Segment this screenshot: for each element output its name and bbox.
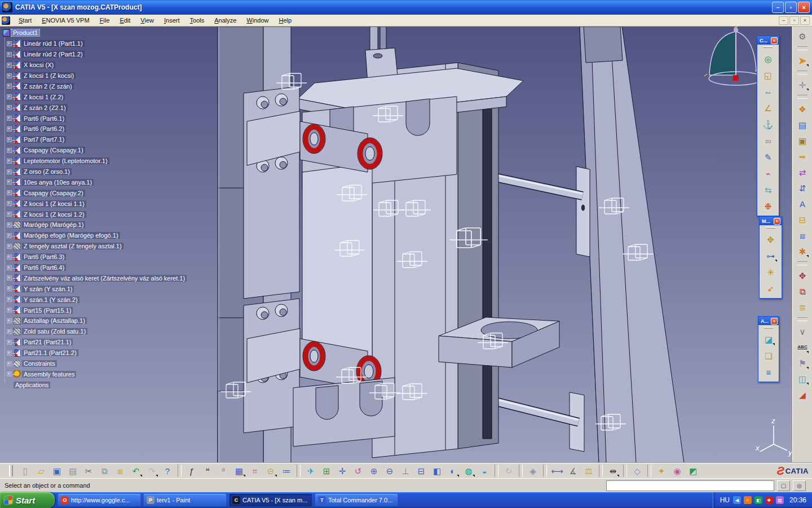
toolbar-item[interactable] bbox=[797, 261, 807, 265]
menu-item[interactable]: Window bbox=[241, 16, 273, 25]
menu-item[interactable]: View bbox=[135, 16, 159, 25]
graph-tree-reordering-icon[interactable]: ⇵ bbox=[796, 181, 809, 195]
tree-item-applications[interactable]: Applications bbox=[7, 379, 187, 390]
tree-item-label[interactable]: Z kocsi 1 (Z kocsi 1.2) bbox=[22, 211, 86, 218]
tree-expander-icon[interactable] bbox=[7, 233, 12, 238]
tree-item[interactable]: Part7 (Part7.1) bbox=[7, 134, 187, 145]
tree-item-label[interactable]: Zold satu (Zold satu.1) bbox=[22, 328, 87, 335]
tree-expander-icon[interactable] bbox=[7, 159, 12, 164]
rotate-icon[interactable]: ↺ bbox=[351, 464, 365, 478]
tree-item-label[interactable]: Part21.1 (Part21.2) bbox=[22, 349, 78, 356]
dialog-toggle-button[interactable]: ▢ bbox=[777, 480, 790, 491]
tree-item[interactable]: Z kocsi 1 (Z kocsi) bbox=[7, 71, 187, 81]
tree-expander-icon[interactable] bbox=[7, 105, 12, 110]
toolbar-item[interactable] bbox=[647, 465, 651, 477]
assembly-features-toolbar-titlebar[interactable]: A... × bbox=[758, 317, 779, 325]
angle-constraint-icon[interactable]: ∠ bbox=[761, 101, 775, 115]
tree-item[interactable]: Zártszelvény váz alsó keret (Zártszelvén… bbox=[7, 273, 187, 283]
menu-item[interactable]: Tools bbox=[185, 16, 210, 25]
tree-item[interactable]: Z kocsi 1 (Z kocsi 1.1) bbox=[7, 198, 187, 209]
tree-item[interactable]: Y szán (Y szán.1) bbox=[7, 283, 187, 294]
tree-item-product1[interactable]: Product1 bbox=[3, 28, 187, 38]
zoom-out-icon[interactable]: ⊖ bbox=[383, 464, 396, 478]
tree-expander-icon[interactable] bbox=[7, 126, 12, 132]
hide-show-icon[interactable]: ◍ bbox=[462, 464, 475, 478]
manipulation-icon[interactable]: ✥ bbox=[764, 233, 778, 246]
menu-item[interactable]: ENOVIA V5 VPM bbox=[37, 16, 94, 25]
tree-item[interactable]: Part6 (Part6.4) bbox=[7, 262, 187, 273]
mdi-restore-button[interactable]: ▫ bbox=[789, 16, 799, 25]
manipulation-3d-icon[interactable]: ✥ bbox=[796, 269, 809, 282]
tree-item[interactable]: Part21.1 (Part21.2) bbox=[7, 348, 187, 358]
redo-icon[interactable]: ↷ bbox=[145, 464, 158, 478]
quick-constraint-mode-icon[interactable]: ⇹ bbox=[606, 464, 620, 478]
measure-between-icon[interactable]: ⟷ bbox=[550, 464, 564, 478]
tree-expander-icon[interactable] bbox=[7, 137, 12, 142]
zoom-in-icon[interactable]: ⊕ bbox=[367, 464, 381, 478]
tree-expander-icon[interactable] bbox=[7, 308, 12, 313]
start-button[interactable]: Start bbox=[0, 492, 55, 508]
tree-item-constraints[interactable]: Constraints bbox=[7, 358, 187, 369]
snap-icon[interactable]: ⊶ bbox=[764, 249, 778, 262]
graphic-colors-icon[interactable]: ◩ bbox=[686, 464, 700, 478]
menu-item[interactable]: File bbox=[95, 16, 115, 25]
bill-of-material-icon[interactable]: ≣ bbox=[796, 300, 809, 314]
tree-expander-icon[interactable] bbox=[7, 73, 12, 78]
weld-planner-icon[interactable]: ∨ bbox=[796, 325, 809, 338]
rules-icon[interactable]: ≔ bbox=[280, 464, 293, 478]
tree-item-label[interactable]: Z orso (Z orso.1) bbox=[22, 168, 72, 175]
java-icon[interactable]: ≈ bbox=[744, 496, 752, 504]
close-icon[interactable]: × bbox=[771, 318, 778, 325]
catalog-browser-icon[interactable]: ✦ bbox=[655, 464, 668, 478]
menu-item[interactable]: Analyze bbox=[209, 16, 241, 25]
tree-item[interactable]: Marógép efogó (Marógép efogó.1) bbox=[7, 230, 187, 241]
tree-item-label[interactable]: Y szán.1 (Y szán.2) bbox=[22, 296, 80, 303]
tree-expander-icon[interactable] bbox=[7, 52, 12, 57]
measure-item-icon[interactable]: ∡ bbox=[566, 464, 580, 478]
tree-expander-icon[interactable] bbox=[7, 116, 12, 121]
tree-item-label[interactable]: Part6 (Part6.2) bbox=[22, 125, 66, 132]
normal-view-icon[interactable]: ⊥ bbox=[399, 464, 412, 478]
existing-component-icon[interactable]: ▣ bbox=[796, 134, 809, 147]
close-icon[interactable]: × bbox=[774, 218, 780, 225]
replace-component-icon[interactable]: ⇄ bbox=[796, 165, 809, 179]
tree-item[interactable]: X kocsi (X) bbox=[7, 60, 187, 71]
coincidence-constraint-icon[interactable]: ◎ bbox=[761, 52, 775, 65]
move-toolbar-titlebar[interactable]: M... × bbox=[760, 217, 782, 225]
multi-instantiation-icon[interactable]: ✱ bbox=[796, 244, 809, 258]
toolbar-item[interactable] bbox=[797, 95, 807, 99]
tree-expander-icon[interactable] bbox=[7, 244, 12, 249]
tree-item-label[interactable]: X kocsi (X) bbox=[22, 62, 55, 68]
menu-item[interactable]: Insert bbox=[159, 16, 185, 25]
toolbar-item[interactable] bbox=[543, 465, 547, 477]
multi-view-icon[interactable]: ⊟ bbox=[414, 464, 428, 478]
restore-button[interactable]: ▫ bbox=[785, 2, 797, 13]
tree-expander-icon[interactable] bbox=[7, 222, 12, 227]
manage-representations-icon[interactable]: ⧈ bbox=[796, 229, 809, 242]
tree-item-label[interactable]: Lineár rúd 1 (Part1.1) bbox=[22, 40, 85, 47]
task-paint[interactable]: P terv1 - Paint bbox=[144, 494, 226, 506]
tree-item-label[interactable]: Part6 (Part6.3) bbox=[22, 253, 66, 260]
task-catia[interactable]: C CATIA V5 - [X szan m... bbox=[230, 494, 312, 506]
constraints-toolbar[interactable]: C... × ◎ ◱ ⇔ ∠ ⚓ ∞ ✎ ⌁ ⇆ ❉ bbox=[757, 36, 779, 216]
tree-expander-icon[interactable] bbox=[7, 286, 12, 291]
tree-expander-icon[interactable] bbox=[7, 94, 12, 99]
fit-all-in-icon[interactable]: ⊞ bbox=[320, 464, 333, 478]
tree-item-label[interactable]: Applications bbox=[14, 382, 50, 388]
minimize-button[interactable]: – bbox=[772, 2, 784, 13]
tree-item-label[interactable]: Z kocsi 1 (Z kocsi) bbox=[22, 72, 76, 79]
tree-item-label[interactable]: Part15 (Part15.1) bbox=[22, 307, 73, 314]
whats-this-icon[interactable]: ? bbox=[161, 464, 174, 478]
standard-toolbar[interactable]: ▯ ▱ ▣ ▤ ✂ ⧉ ⧈ ↶ ↷ ? ƒ bbox=[0, 463, 812, 478]
power-input-toggle-button[interactable]: ◎ bbox=[793, 480, 806, 491]
tree-expander-icon[interactable] bbox=[7, 329, 12, 334]
antivirus-icon[interactable]: ✚ bbox=[765, 496, 773, 504]
selection-sets-icon[interactable]: ✛ bbox=[796, 78, 809, 91]
tree-expander-icon[interactable] bbox=[7, 265, 12, 270]
paste-icon[interactable]: ⧈ bbox=[113, 464, 127, 478]
look-at-icon[interactable]: ◈ bbox=[526, 464, 540, 478]
tree-item-label[interactable]: Y szán (Y szán.1) bbox=[22, 286, 74, 292]
explode-icon[interactable]: ✳ bbox=[764, 265, 778, 279]
tree-expander-icon[interactable] bbox=[7, 201, 12, 206]
tree-item[interactable]: Z kocsi 1 (Z kocsi 1.2) bbox=[7, 209, 187, 220]
